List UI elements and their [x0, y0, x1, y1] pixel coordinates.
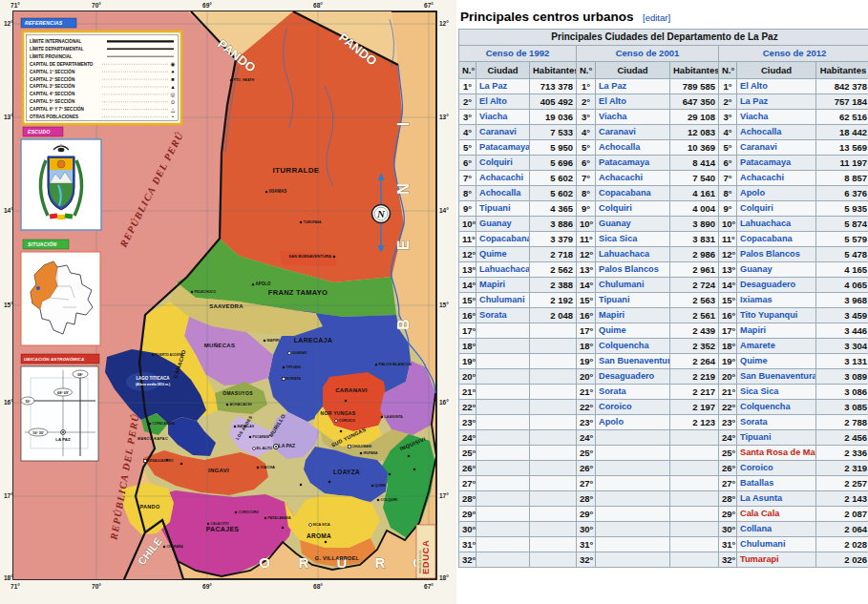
population-cell: 18 442 — [816, 125, 868, 140]
city-cell[interactable]: Lahuachaca — [596, 247, 670, 262]
city-cell[interactable]: Ixiamas — [737, 293, 816, 308]
city-cell[interactable]: Tipuani — [737, 430, 816, 446]
city-cell[interactable]: Colquiri — [476, 156, 530, 171]
city-cell[interactable]: Guanay — [596, 217, 670, 232]
city-cell[interactable]: Tito Yupanqui — [737, 308, 816, 323]
city-cell[interactable]: El Alto — [596, 94, 670, 110]
census-2001-header[interactable]: Censo de 2001 — [577, 46, 719, 62]
province-label: MANCO KAPAC — [138, 437, 168, 441]
city-cell[interactable]: Quime — [737, 354, 816, 369]
census-1992-header[interactable]: Censo de 1992 — [459, 46, 577, 62]
city-cell[interactable]: La Paz — [737, 94, 816, 110]
table-row: 24°24°24°Tipuani2 456 — [459, 430, 868, 446]
town-marker — [152, 354, 154, 356]
city-cell[interactable]: San Buenaventura — [737, 369, 816, 385]
city-cell[interactable]: Copacabana — [737, 232, 816, 247]
city-cell[interactable]: Caranavi — [596, 125, 670, 140]
city-cell[interactable]: Tipuani — [596, 293, 670, 308]
city-cell[interactable]: Copacabana — [476, 232, 530, 247]
population-cell: 2 064 — [816, 522, 868, 537]
city-cell[interactable]: Palos Blancos — [737, 247, 816, 262]
city-cell[interactable]: Chulumani — [737, 537, 816, 552]
city-cell[interactable]: Lahuachaca — [737, 217, 816, 232]
city-cell[interactable]: Collana — [737, 522, 816, 537]
population-cell — [530, 415, 577, 430]
rank-cell: 25° — [459, 446, 476, 461]
city-cell[interactable]: Achocalla — [596, 140, 670, 156]
city-cell[interactable]: Achacachi — [737, 171, 816, 186]
city-cell[interactable]: Tipuani — [476, 201, 530, 217]
city-cell[interactable]: Quime — [596, 323, 670, 339]
province-label: SAAVEDRA — [209, 303, 243, 309]
city-cell[interactable]: Coroico — [737, 461, 816, 476]
lat-label: 18° — [439, 574, 449, 581]
population-cell — [530, 491, 577, 507]
city-cell[interactable]: Copacabana — [596, 186, 670, 201]
city-cell[interactable]: El Alto — [476, 94, 530, 110]
census-2012-header[interactable]: Censo de 2012 — [719, 46, 868, 62]
city-cell[interactable]: Sorata — [737, 415, 816, 430]
city-cell[interactable]: Achocalla — [737, 125, 816, 140]
city-cell[interactable]: Cala Cala — [737, 507, 816, 522]
city-cell[interactable]: Coroico — [596, 400, 670, 415]
city-cell[interactable]: Caranavi — [476, 125, 530, 140]
rank-cell: 30° — [459, 522, 476, 537]
city-cell[interactable]: Patacamaya — [596, 156, 670, 171]
city-cell[interactable]: Viacha — [476, 110, 530, 125]
city-cell[interactable]: Colquencha — [737, 400, 816, 415]
city-cell[interactable]: Viacha — [596, 110, 670, 125]
city-cell[interactable]: La Asunta — [737, 491, 816, 507]
city-cell[interactable]: Apolo — [737, 186, 816, 201]
rank-cell: 23° — [459, 415, 476, 430]
population-cell: 2 388 — [530, 278, 577, 293]
city-cell[interactable]: Quime — [476, 247, 530, 262]
city-cell[interactable]: La Paz — [596, 79, 670, 94]
city-cell[interactable]: Mapiri — [596, 308, 670, 323]
col-rank: N.° — [459, 62, 476, 79]
city-cell[interactable]: Patacamaya — [737, 156, 816, 171]
city-cell[interactable]: Achocalla — [476, 186, 530, 201]
edit-link[interactable]: [editar] — [643, 12, 670, 23]
city-cell[interactable]: Chulumani — [476, 293, 530, 308]
city-cell[interactable]: El Alto — [737, 79, 816, 94]
population-cell — [670, 430, 719, 446]
city-cell[interactable]: Patacamaya — [476, 140, 530, 156]
city-cell[interactable]: Sorata — [596, 385, 670, 400]
city-cell[interactable]: Caranavi — [737, 140, 816, 156]
city-cell[interactable]: Desaguadero — [596, 369, 670, 385]
city-cell[interactable]: Tumarapi — [737, 552, 816, 568]
city-cell[interactable]: Colquencha — [596, 339, 670, 354]
city-cell[interactable]: Palos Blancos — [596, 262, 670, 278]
city-cell[interactable]: Sica Sica — [596, 232, 670, 247]
city-cell[interactable]: Achacachi — [596, 171, 670, 186]
city-cell[interactable]: Amarete — [737, 339, 816, 354]
town-marker — [265, 191, 267, 193]
city-cell[interactable]: Mapiri — [737, 323, 816, 339]
city-cell[interactable]: Colquiri — [596, 201, 670, 217]
city-cell[interactable]: Apolo — [596, 415, 670, 430]
city-cell[interactable]: Chulumani — [596, 278, 670, 293]
province-label: INGAVI — [208, 468, 229, 473]
rank-cell: 10° — [459, 217, 476, 232]
population-cell: 2 561 — [670, 308, 719, 323]
city-cell[interactable]: Viacha — [737, 110, 816, 125]
city-cell[interactable]: Batallas — [737, 476, 816, 491]
city-cell[interactable]: Lahuachaca — [476, 262, 530, 278]
city-cell[interactable]: Guanay — [737, 262, 816, 278]
census-header-row: Censo de 1992 Censo de 2001 Censo de 201… — [459, 46, 868, 62]
rank-cell: 24° — [719, 430, 737, 446]
city-cell[interactable]: Achacachi — [476, 171, 530, 186]
rank-cell: 10° — [577, 217, 596, 232]
city-cell[interactable]: Colquiri — [737, 201, 816, 217]
town-label: LA PAZ — [279, 443, 296, 448]
table-row: 31°31°31°Chulumani2 028 — [459, 537, 868, 552]
city-cell[interactable]: Sorata — [476, 308, 530, 323]
city-cell[interactable]: San Buenaventura — [596, 354, 670, 369]
city-cell[interactable]: Santa Rosa de Mapiri — [737, 446, 816, 461]
city-cell[interactable]: Sica Sica — [737, 385, 816, 400]
city-cell[interactable]: La Paz — [476, 79, 530, 94]
city-cell[interactable]: Desaguadero — [737, 278, 816, 293]
city-cell[interactable]: Guanay — [476, 217, 530, 232]
city-cell[interactable]: Mapiri — [476, 278, 530, 293]
population-cell: 3 968 — [816, 293, 868, 308]
